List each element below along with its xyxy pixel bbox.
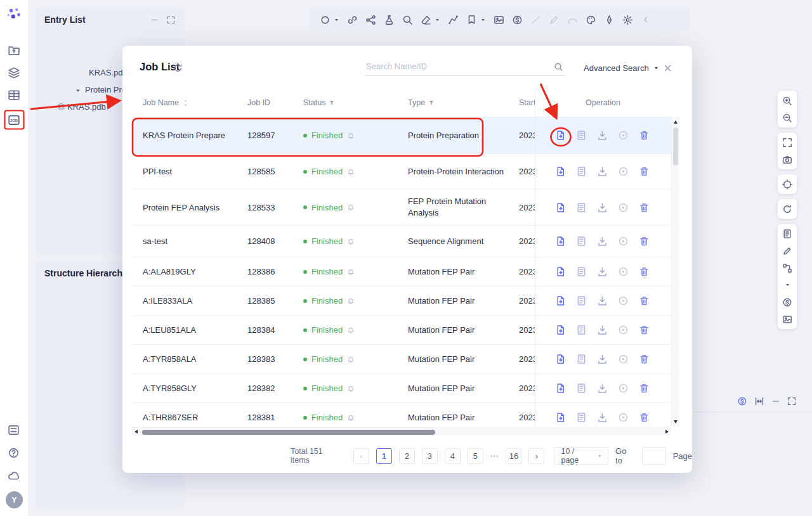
zoom-in-icon[interactable] (778, 92, 797, 109)
settings-icon[interactable] (622, 15, 633, 25)
draw-icon[interactable] (549, 15, 560, 25)
download-icon[interactable] (597, 202, 608, 213)
job-detail-icon[interactable] (555, 354, 566, 364)
job-log-icon[interactable] (576, 354, 587, 364)
delete-icon[interactable] (639, 295, 650, 306)
notify-icon[interactable] (347, 268, 355, 276)
notify-icon[interactable] (347, 203, 355, 211)
prev-page-button[interactable]: ‹ (353, 448, 369, 464)
scroll-left-arrow[interactable] (134, 430, 138, 434)
column-type[interactable]: Type (408, 98, 519, 107)
price-icon[interactable] (737, 396, 747, 406)
table-row[interactable]: Protein FEP Analysis 128533 Finished FEP… (132, 190, 671, 226)
notify-icon[interactable] (347, 132, 355, 139)
next-page-button[interactable]: › (528, 448, 544, 464)
scroll-right-arrow[interactable] (665, 430, 669, 434)
locate-icon[interactable] (618, 166, 629, 177)
bond-icon[interactable] (448, 15, 459, 25)
download-icon[interactable] (597, 325, 608, 335)
caret-down-icon[interactable] (778, 276, 797, 293)
job-log-icon[interactable] (576, 130, 587, 141)
delete-icon[interactable] (639, 202, 650, 213)
download-icon[interactable] (597, 354, 608, 364)
locate-icon[interactable] (618, 266, 629, 277)
sort-icon[interactable] (182, 100, 189, 106)
clipboard-icon[interactable] (778, 225, 797, 242)
table-row[interactable]: A:TYR858GLY 128382 Finished Mutation FEP… (132, 374, 671, 403)
delete-icon[interactable] (639, 166, 650, 177)
delete-icon[interactable] (639, 412, 650, 423)
download-icon[interactable] (597, 166, 608, 177)
page-button-5[interactable]: 5 (468, 448, 483, 464)
minimize-icon[interactable] (150, 16, 159, 24)
flask-icon[interactable] (384, 15, 395, 25)
vertical-scrollbar[interactable] (671, 117, 679, 427)
goto-page-input[interactable] (642, 447, 666, 465)
download-icon[interactable] (597, 236, 608, 247)
fit-view-icon[interactable] (778, 134, 797, 151)
pagination-ellipsis[interactable]: ••• (490, 453, 499, 460)
horizontal-scrollbar-thumb[interactable] (142, 430, 435, 435)
delete-icon[interactable] (639, 383, 650, 394)
table-row[interactable]: A:ILE833ALA 128385 Finished Mutation FEP… (132, 287, 671, 316)
page-button-16[interactable]: 16 (506, 448, 521, 464)
job-detail-icon[interactable] (555, 383, 566, 394)
caret-down-icon[interactable] (334, 17, 339, 23)
delete-icon[interactable] (639, 354, 650, 364)
locate-icon[interactable] (618, 325, 629, 335)
edit-icon[interactable] (778, 242, 797, 259)
job-log-icon[interactable] (576, 383, 587, 394)
job-log-icon[interactable] (576, 166, 587, 177)
download-icon[interactable] (597, 383, 608, 394)
job-log-icon[interactable] (576, 236, 587, 247)
notify-icon[interactable] (347, 414, 355, 422)
table-row[interactable]: A:TYR858ALA 128383 Finished Mutation FEP… (132, 345, 671, 374)
entry-item[interactable]: KRAS.pdb (67, 102, 106, 112)
table-row[interactable]: A:THR867SER 128381 Finished Mutation FEP… (132, 403, 671, 427)
job-detail-icon[interactable] (555, 266, 566, 277)
locate-icon[interactable] (618, 354, 629, 364)
entry-item[interactable]: KRAS.pdb (89, 68, 128, 77)
table-row[interactable]: A:ALA819GLY 128386 Finished Mutation FEP… (132, 257, 671, 287)
pen-icon[interactable] (604, 15, 615, 25)
price-icon[interactable] (778, 293, 797, 311)
share-icon[interactable] (365, 15, 376, 25)
page-size-select[interactable]: 10 / page (554, 447, 608, 465)
expand-icon[interactable] (167, 16, 175, 24)
palette-icon[interactable] (586, 15, 596, 25)
job-detail-icon[interactable] (555, 130, 566, 141)
job-log-icon[interactable] (576, 266, 587, 277)
table-row[interactable]: PPI-test 128585 Finished Protein-Protein… (132, 154, 671, 190)
horizontal-scrollbar[interactable] (132, 427, 671, 435)
job-log-icon[interactable] (576, 295, 587, 306)
advanced-search-button[interactable]: Advanced Search (584, 63, 659, 73)
caret-down-icon[interactable] (75, 87, 81, 94)
measure-icon[interactable] (530, 15, 541, 25)
notify-icon[interactable] (347, 326, 355, 334)
locate-icon[interactable] (618, 295, 629, 306)
cycle-icon[interactable] (320, 15, 331, 25)
job-detail-icon[interactable] (555, 295, 566, 306)
job-detail-icon[interactable] (555, 325, 566, 335)
vertical-scrollbar-thumb[interactable] (673, 127, 678, 165)
snapshot-icon[interactable] (778, 311, 797, 328)
page-button-2[interactable]: 2 (399, 448, 415, 464)
filter-icon[interactable] (428, 100, 435, 106)
help-icon[interactable] (8, 447, 20, 459)
delete-icon[interactable] (639, 130, 650, 141)
locate-icon[interactable] (618, 383, 629, 394)
download-icon[interactable] (597, 412, 608, 423)
user-avatar[interactable]: Y (6, 491, 23, 508)
scroll-up-arrow[interactable] (674, 120, 678, 124)
delete-icon[interactable] (639, 325, 650, 335)
locate-icon[interactable] (618, 202, 629, 213)
delete-icon[interactable] (639, 266, 650, 277)
download-icon[interactable] (597, 295, 608, 306)
column-status[interactable]: Status (303, 98, 408, 107)
job-log-icon[interactable] (576, 412, 587, 423)
locate-icon[interactable] (618, 236, 629, 247)
lasso-icon[interactable] (567, 15, 578, 25)
search-icon[interactable] (554, 62, 563, 72)
workflow-icon[interactable] (778, 259, 797, 276)
minimize-icon[interactable] (771, 397, 780, 406)
